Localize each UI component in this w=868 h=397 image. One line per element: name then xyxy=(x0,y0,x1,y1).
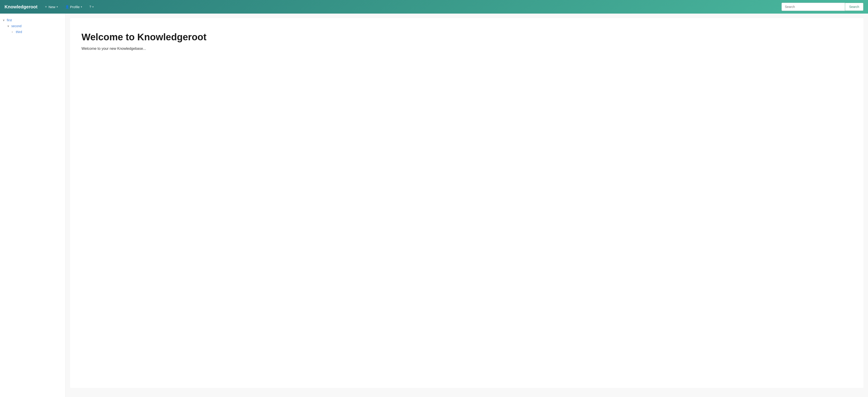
profile-chevron-icon: ▾ xyxy=(81,5,82,8)
help-button[interactable]: ? ▾ xyxy=(87,4,96,10)
profile-button[interactable]: 👤 Profile ▾ xyxy=(63,4,85,10)
toggle-second-icon: ∨ xyxy=(7,25,10,28)
main-content: Welcome to Knowledgeroot Welcome to your… xyxy=(66,13,868,397)
new-button[interactable]: ＋ New ▾ xyxy=(42,3,60,10)
main-layout: ∨ first ∨ second › third Welcome to Know… xyxy=(0,13,868,397)
search-container: Search xyxy=(781,3,864,11)
toggle-third-icon: › xyxy=(12,30,15,33)
sidebar-item-second[interactable]: ∨ second xyxy=(0,23,65,29)
search-input[interactable] xyxy=(781,3,845,11)
toggle-first-icon: ∨ xyxy=(3,19,6,22)
sidebar-link-first[interactable]: first xyxy=(7,18,12,22)
sidebar-link-third[interactable]: third xyxy=(16,30,22,34)
profile-icon: 👤 xyxy=(65,5,69,9)
new-chevron-icon: ▾ xyxy=(57,5,58,8)
help-icon: ? xyxy=(89,5,91,9)
new-label: New xyxy=(49,5,56,9)
sidebar-item-third[interactable]: › third xyxy=(0,29,65,35)
welcome-subtitle: Welcome to your new Knowledgebase... xyxy=(82,47,852,51)
welcome-title: Welcome to Knowledgeroot xyxy=(82,32,852,42)
sidebar-item-first[interactable]: ∨ first xyxy=(0,17,65,23)
navbar: Knowledgeroot ＋ New ▾ 👤 Profile ▾ ? ▾ Se… xyxy=(0,0,868,13)
search-button[interactable]: Search xyxy=(845,3,864,11)
help-chevron-icon: ▾ xyxy=(92,5,94,8)
new-icon: ＋ xyxy=(44,5,48,9)
profile-label: Profile xyxy=(70,5,80,9)
content-card: Welcome to Knowledgeroot Welcome to your… xyxy=(70,18,864,388)
brand-logo[interactable]: Knowledgeroot xyxy=(4,4,38,9)
sidebar: ∨ first ∨ second › third xyxy=(0,13,66,397)
sidebar-link-second[interactable]: second xyxy=(11,24,22,28)
